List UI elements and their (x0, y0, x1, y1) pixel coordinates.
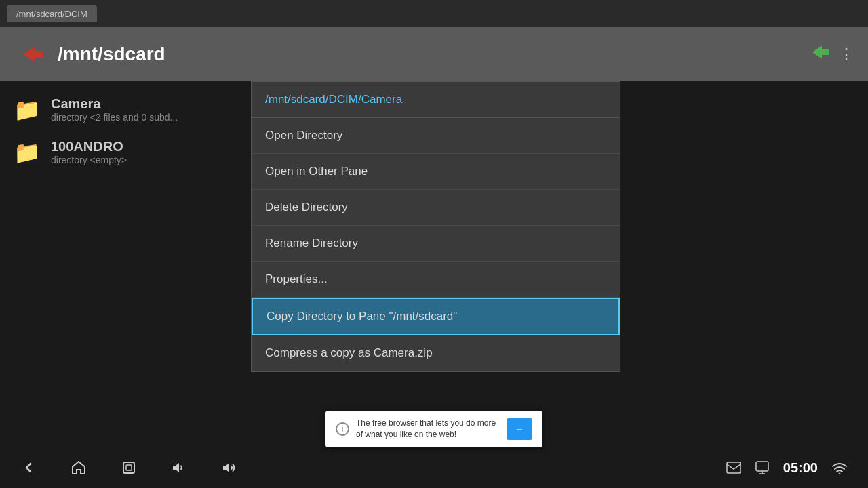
context-menu-rename-directory[interactable]: Rename Directory (252, 226, 620, 262)
green-arrow-icon[interactable] (810, 43, 829, 66)
svg-marker-5 (173, 463, 179, 472)
svg-marker-2 (812, 45, 829, 59)
tab-label: /mnt/sdcard/DCIM (16, 9, 87, 19)
header-actions: ⋮ (810, 43, 854, 66)
file-name: 100ANDRO (51, 139, 127, 155)
svg-rect-3 (123, 462, 134, 473)
nav-back-icon[interactable] (20, 460, 37, 476)
file-info: 100ANDRO directory <empty> (51, 139, 127, 165)
nav-bar: 05:00 (0, 447, 868, 488)
notification-text: The free browser that lets you do more o… (356, 418, 500, 441)
context-menu-open-directory[interactable]: Open Directory (252, 118, 620, 154)
nav-left (20, 460, 237, 476)
back-button[interactable] (14, 37, 47, 71)
folder-icon: 📁 (14, 97, 41, 123)
context-menu-delete-directory[interactable]: Delete Directory (252, 190, 620, 226)
tab-item[interactable]: /mnt/sdcard/DCIM (7, 5, 97, 22)
notification-info-icon: i (336, 422, 349, 436)
svg-point-11 (839, 473, 841, 475)
context-menu-compress-copy[interactable]: Compress a copy as Camera.zip (252, 336, 620, 371)
nav-volume-low-icon[interactable] (171, 460, 187, 476)
nav-volume-high-icon[interactable] (221, 460, 237, 476)
svg-rect-7 (727, 462, 741, 473)
folder-icon: 📁 (14, 140, 41, 165)
overflow-menu-icon[interactable]: ⋮ (839, 45, 854, 63)
svg-rect-8 (756, 462, 768, 471)
nav-wifi-icon (831, 461, 848, 474)
nav-mail-icon (726, 462, 741, 474)
header-path: /mnt/sdcard (58, 43, 165, 65)
main-content: 📁 Camera directory <2 files and 0 subd..… (0, 81, 868, 447)
list-item[interactable]: 📁 100ANDRO directory <empty> (0, 131, 251, 174)
context-menu: /mnt/sdcard/DCIM/Camera Open Directory O… (251, 81, 620, 372)
nav-home-icon[interactable] (71, 460, 87, 476)
notification-arrow-button[interactable]: → (507, 418, 532, 440)
tab-bar: /mnt/sdcard/DCIM (0, 0, 868, 27)
context-menu-copy-directory[interactable]: Copy Directory to Pane "/mnt/sdcard" (252, 298, 620, 336)
notification-banner: i The free browser that lets you do more… (326, 411, 542, 447)
header: /mnt/sdcard ⋮ (0, 27, 868, 81)
file-description: directory <empty> (51, 155, 127, 165)
context-menu-properties[interactable]: Properties... (252, 262, 620, 298)
svg-marker-1 (24, 49, 31, 60)
context-menu-open-other-pane[interactable]: Open in Other Pane (252, 154, 620, 190)
file-info: Camera directory <2 files and 0 subd... (51, 96, 178, 123)
status-time: 05:00 (783, 460, 818, 476)
file-list: 📁 Camera directory <2 files and 0 subd..… (0, 81, 251, 447)
file-name: Camera (51, 96, 178, 112)
context-menu-header: /mnt/sdcard/DCIM/Camera (252, 82, 620, 118)
file-description: directory <2 files and 0 subd... (51, 112, 178, 123)
nav-right: 05:00 (726, 460, 848, 476)
nav-signal-icon (755, 460, 770, 475)
svg-marker-6 (223, 463, 229, 472)
list-item[interactable]: 📁 Camera directory <2 files and 0 subd..… (0, 88, 251, 131)
svg-rect-4 (126, 465, 132, 470)
nav-recents-icon[interactable] (121, 460, 137, 476)
